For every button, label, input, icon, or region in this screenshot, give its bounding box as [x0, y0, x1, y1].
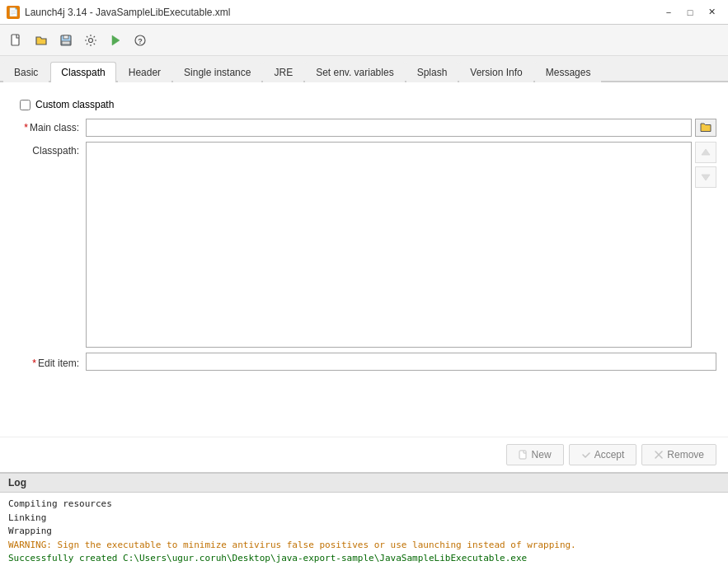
classpath-list[interactable] [86, 142, 692, 348]
tab-set-env-variables[interactable]: Set env. variables [305, 62, 405, 82]
title-bar-left: 📄 Launch4j 3.14 - JavaSampleLibExecutabl… [7, 6, 230, 19]
svg-rect-0 [12, 35, 19, 45]
log-section: Log Compiling resourcesLinkingWrappingWA… [0, 472, 728, 575]
settings-button[interactable] [79, 29, 102, 52]
log-line: Wrapping [8, 525, 720, 539]
custom-classpath-row: Custom classpath [12, 99, 716, 110]
move-down-button[interactable] [695, 166, 716, 188]
main-class-row: *Main class: [12, 119, 716, 137]
tab-messages[interactable]: Messages [535, 62, 602, 82]
toolbar: ? [0, 25, 728, 56]
svg-rect-10 [519, 451, 526, 459]
window-controls: − □ ✕ [659, 4, 721, 21]
main-class-label: *Main class: [12, 119, 86, 133]
tab-jre[interactable]: JRE [263, 62, 303, 82]
help-button[interactable]: ? [129, 29, 152, 52]
tab-classpath[interactable]: Classpath [50, 62, 115, 82]
edit-required-star: * [32, 358, 36, 369]
tab-bar: Basic Classpath Header Single instance J… [0, 56, 728, 82]
required-star: * [24, 122, 28, 133]
svg-text:?: ? [138, 37, 143, 45]
main-class-input[interactable] [86, 119, 692, 137]
action-buttons-bar: New Accept Remove [0, 437, 728, 472]
open-file-button[interactable] [30, 29, 53, 52]
tab-version-info[interactable]: Version Info [459, 62, 533, 82]
edit-item-row: *Edit item: [12, 353, 716, 371]
run-button[interactable] [104, 29, 127, 52]
log-line: Compiling resources [8, 498, 720, 512]
log-content: Compiling resourcesLinkingWrappingWARNIN… [0, 493, 728, 575]
classpath-side-buttons [695, 142, 716, 188]
log-line: WARNING: Sign the executable to minimize… [8, 539, 720, 553]
tab-basic[interactable]: Basic [3, 62, 49, 82]
maximize-button[interactable]: □ [680, 4, 700, 21]
new-file-button[interactable] [5, 29, 28, 52]
main-class-browse-button[interactable] [695, 119, 716, 137]
edit-item-input[interactable] [86, 353, 716, 371]
tab-single-instance[interactable]: Single instance [173, 62, 261, 82]
log-header: Log [0, 474, 728, 493]
edit-item-label: *Edit item: [12, 354, 86, 369]
accept-button[interactable]: Accept [569, 444, 637, 465]
remove-button[interactable]: Remove [641, 444, 716, 465]
svg-rect-2 [63, 35, 68, 39]
save-file-button[interactable] [54, 29, 77, 52]
minimize-button[interactable]: − [659, 4, 679, 21]
new-button[interactable]: New [506, 444, 564, 465]
custom-classpath-checkbox[interactable] [20, 100, 31, 110]
svg-rect-3 [62, 41, 70, 44]
svg-marker-9 [702, 175, 710, 180]
tab-splash[interactable]: Splash [406, 62, 458, 82]
main-body: Custom classpath *Main class: Classpath: [0, 82, 728, 575]
custom-classpath-label: Custom classpath [35, 99, 114, 110]
svg-marker-5 [112, 35, 120, 45]
log-line: Successfully created C:\Users\ugur.coruh… [8, 552, 720, 566]
log-line: Linking [8, 512, 720, 526]
close-button[interactable]: ✕ [702, 4, 721, 21]
window-title: Launch4j 3.14 - JavaSampleLibExecutable.… [25, 7, 230, 18]
svg-point-4 [89, 38, 93, 42]
form-area: Custom classpath *Main class: Classpath: [12, 92, 716, 377]
tab-header[interactable]: Header [118, 62, 171, 82]
classpath-label: Classpath: [12, 142, 86, 157]
move-up-button[interactable] [695, 142, 716, 163]
classpath-content: Custom classpath *Main class: Classpath: [0, 82, 728, 437]
classpath-area: Classpath: [12, 142, 716, 348]
svg-marker-8 [702, 149, 710, 155]
title-bar: 📄 Launch4j 3.14 - JavaSampleLibExecutabl… [0, 0, 728, 25]
app-icon: 📄 [7, 6, 20, 19]
